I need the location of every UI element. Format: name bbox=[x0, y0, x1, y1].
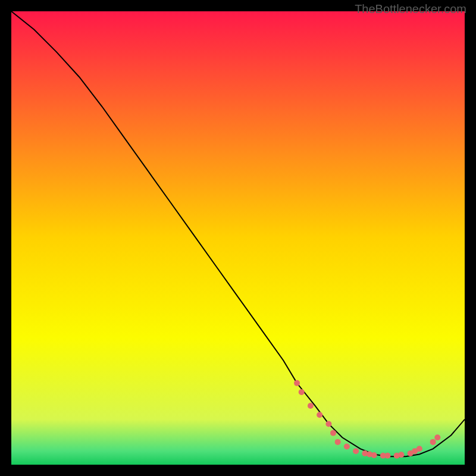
data-marker bbox=[299, 389, 305, 395]
data-marker bbox=[325, 421, 331, 427]
curve-overlay bbox=[11, 11, 465, 465]
data-marker bbox=[330, 430, 336, 436]
data-marker bbox=[353, 448, 359, 454]
data-marker bbox=[430, 439, 436, 445]
data-marker bbox=[294, 380, 300, 386]
data-marker bbox=[416, 446, 422, 452]
data-marker bbox=[308, 403, 314, 409]
data-marker bbox=[434, 434, 440, 440]
data-marker bbox=[335, 439, 341, 445]
watermark-text: TheBottlenecker.com bbox=[355, 2, 466, 16]
data-marker bbox=[344, 444, 350, 450]
chart-plot-area bbox=[11, 11, 465, 465]
data-marker bbox=[384, 453, 390, 459]
data-marker bbox=[371, 452, 377, 458]
bottleneck-curve bbox=[11, 11, 465, 456]
data-marker bbox=[317, 412, 322, 418]
data-marker bbox=[398, 452, 404, 458]
data-markers bbox=[294, 380, 440, 459]
